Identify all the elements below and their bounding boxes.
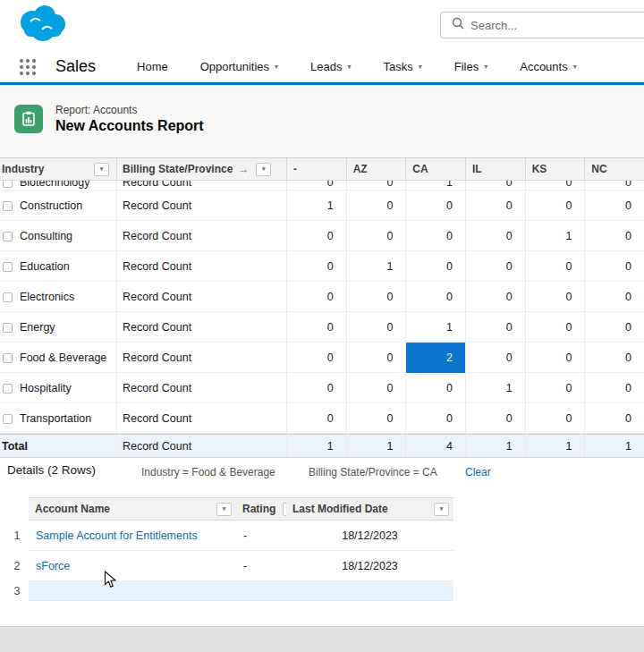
matrix-col-group-header[interactable]: Billing State/Province → ▾ bbox=[116, 158, 286, 180]
row-checkbox[interactable] bbox=[3, 414, 13, 424]
matrix-cell[interactable]: 0 bbox=[525, 343, 585, 373]
row-checkbox[interactable] bbox=[3, 323, 13, 333]
row-checkbox[interactable] bbox=[3, 292, 13, 302]
nav-item-opportunities[interactable]: Opportunities▾ bbox=[200, 60, 278, 73]
matrix-cell[interactable]: 0 bbox=[286, 373, 346, 403]
matrix-cell[interactable]: 0 bbox=[584, 403, 644, 434]
matrix-cell[interactable]: 0 bbox=[525, 181, 585, 191]
matrix-cell[interactable]: 0 bbox=[286, 251, 346, 282]
matrix-total-cell[interactable]: 1 bbox=[286, 435, 346, 457]
matrix-cell[interactable]: 0 bbox=[525, 312, 585, 343]
industry-filter-dropdown-icon[interactable]: ▾ bbox=[94, 163, 109, 176]
matrix-cell[interactable]: 0 bbox=[525, 191, 585, 221]
matrix-total-cell[interactable]: 1 bbox=[465, 435, 525, 457]
account-link[interactable]: Sample Account for Entitlements bbox=[36, 529, 198, 542]
matrix-column-header-AZ[interactable]: AZ bbox=[346, 158, 406, 180]
billing-state-filter-dropdown-icon[interactable]: ▾ bbox=[256, 163, 271, 176]
global-search-input[interactable]: Search... bbox=[440, 12, 644, 38]
matrix-column-header-IL[interactable]: IL bbox=[465, 158, 525, 180]
matrix-cell[interactable]: 0 bbox=[286, 403, 346, 434]
matrix-cell[interactable]: 0 bbox=[465, 282, 525, 312]
matrix-total-cell[interactable]: 1 bbox=[346, 435, 406, 457]
chevron-down-icon: ▾ bbox=[347, 63, 351, 71]
matrix-total-cell[interactable]: 1 bbox=[525, 435, 585, 457]
matrix-cell[interactable]: 0 bbox=[346, 403, 406, 434]
matrix-cell[interactable]: 0 bbox=[286, 221, 346, 251]
matrix-cell[interactable]: 0 bbox=[465, 312, 525, 343]
date-filter-dropdown-icon[interactable]: ▾ bbox=[434, 503, 449, 516]
matrix-cell[interactable]: 0 bbox=[405, 221, 465, 251]
rating-header[interactable]: Rating ▾ bbox=[236, 497, 286, 521]
matrix-cell[interactable]: 0 bbox=[525, 403, 585, 434]
matrix-column-header--[interactable]: - bbox=[286, 158, 346, 180]
matrix-cell[interactable]: 0 bbox=[405, 403, 465, 434]
matrix-row: BiotechnologyRecord Count001000 bbox=[0, 181, 644, 191]
matrix-column-header-CA[interactable]: CA bbox=[405, 158, 465, 180]
matrix-cell[interactable]: 0 bbox=[525, 373, 585, 403]
account-name-header[interactable]: Account Name ▾ bbox=[29, 497, 236, 521]
matrix-cell[interactable]: 0 bbox=[584, 343, 644, 373]
nav-item-files[interactable]: Files▾ bbox=[454, 60, 487, 73]
matrix-cell[interactable]: 0 bbox=[286, 312, 346, 343]
matrix-cell[interactable]: 0 bbox=[465, 251, 525, 282]
matrix-cell[interactable]: 0 bbox=[584, 282, 644, 312]
matrix-cell[interactable]: 1 bbox=[525, 221, 585, 251]
matrix-cell[interactable]: 0 bbox=[286, 181, 346, 191]
matrix-cell[interactable]: 0 bbox=[405, 251, 465, 282]
row-checkbox[interactable] bbox=[3, 232, 13, 241]
matrix-total-cell[interactable]: 1 bbox=[584, 435, 644, 457]
matrix-cell-selected[interactable]: 2 bbox=[405, 343, 465, 373]
matrix-cell[interactable]: 0 bbox=[405, 191, 465, 221]
matrix-column-header-KS[interactable]: KS bbox=[525, 158, 585, 180]
last-modified-date-header[interactable]: Last Modified Date ▾ bbox=[286, 497, 453, 521]
matrix-cell[interactable]: 0 bbox=[465, 191, 525, 221]
matrix-cell[interactable]: 0 bbox=[346, 373, 406, 403]
account-name-filter-dropdown-icon[interactable]: ▾ bbox=[216, 503, 232, 516]
matrix-cell[interactable]: 0 bbox=[286, 282, 346, 312]
matrix-cell[interactable]: 0 bbox=[584, 251, 644, 282]
matrix-cell[interactable]: 1 bbox=[405, 181, 465, 191]
matrix-cell[interactable]: 1 bbox=[286, 191, 346, 221]
nav-item-home[interactable]: Home bbox=[137, 60, 168, 73]
last-modified-date-cell bbox=[286, 581, 453, 601]
row-checkbox[interactable] bbox=[3, 201, 13, 211]
matrix-cell[interactable]: 0 bbox=[405, 282, 465, 312]
clear-filters-link[interactable]: Clear bbox=[465, 466, 491, 478]
matrix-cell[interactable]: 0 bbox=[525, 251, 585, 282]
matrix-column-header-NC[interactable]: NC bbox=[584, 158, 644, 180]
matrix-cell[interactable]: 0 bbox=[584, 221, 644, 251]
matrix-cell[interactable]: 0 bbox=[584, 373, 644, 403]
matrix-cell[interactable]: 0 bbox=[346, 282, 406, 312]
matrix-cell[interactable]: 1 bbox=[465, 373, 525, 403]
matrix-cell[interactable]: 0 bbox=[346, 181, 406, 191]
app-launcher-icon[interactable] bbox=[20, 59, 36, 75]
matrix-cell[interactable]: 0 bbox=[346, 191, 406, 221]
row-checkbox[interactable] bbox=[3, 181, 13, 188]
matrix-cell[interactable]: 0 bbox=[584, 181, 644, 191]
measure-label: Record Count bbox=[116, 181, 286, 191]
matrix-cell[interactable]: 0 bbox=[465, 221, 525, 251]
matrix-cell[interactable]: 0 bbox=[465, 343, 525, 373]
account-link[interactable]: sForce bbox=[36, 560, 70, 572]
matrix-cell[interactable]: 0 bbox=[584, 191, 644, 221]
matrix-row-group-header[interactable]: Industry ▾ bbox=[0, 158, 116, 180]
matrix-cell[interactable]: 0 bbox=[286, 343, 346, 373]
matrix-cell[interactable]: 0 bbox=[465, 403, 525, 434]
row-checkbox[interactable] bbox=[3, 353, 13, 363]
matrix-cell[interactable]: 1 bbox=[405, 312, 465, 343]
row-checkbox[interactable] bbox=[3, 384, 13, 394]
matrix-total-cell[interactable]: 4 bbox=[405, 435, 465, 457]
matrix-cell[interactable]: 0 bbox=[405, 373, 465, 403]
matrix-cell[interactable]: 0 bbox=[346, 221, 406, 251]
row-checkbox[interactable] bbox=[3, 262, 13, 272]
matrix-cell[interactable]: 0 bbox=[465, 181, 525, 191]
matrix-cell[interactable]: 1 bbox=[346, 251, 406, 282]
nav-item-accounts[interactable]: Accounts▾ bbox=[520, 60, 577, 73]
nav-item-tasks[interactable]: Tasks▾ bbox=[384, 60, 422, 73]
last-modified-date-cell: 18/12/2023 bbox=[286, 521, 453, 551]
matrix-cell[interactable]: 0 bbox=[346, 343, 406, 373]
nav-item-leads[interactable]: Leads▾ bbox=[310, 60, 351, 73]
matrix-cell[interactable]: 0 bbox=[346, 312, 406, 343]
matrix-cell[interactable]: 0 bbox=[584, 312, 644, 343]
matrix-cell[interactable]: 0 bbox=[525, 282, 585, 312]
